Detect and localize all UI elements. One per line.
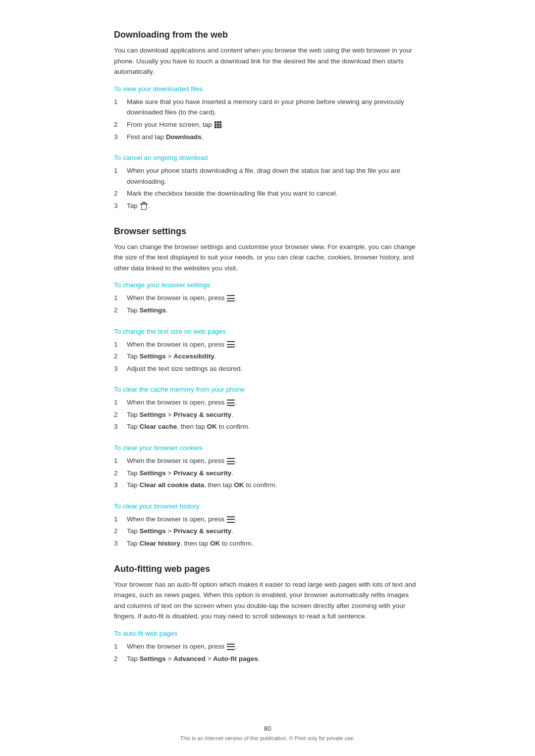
auto-fit-block: To auto-fit web pages 1 When the browser…	[114, 630, 421, 664]
auto-fit-title: To auto-fit web pages	[114, 630, 421, 637]
menu-icon	[227, 458, 235, 464]
clear-cookies-title: To clear your browser cookies	[114, 444, 421, 452]
downloading-title: Downloading from the web	[114, 30, 421, 40]
change-settings-title: To change your browser settings	[114, 281, 421, 289]
menu-icon	[227, 644, 235, 650]
text-size-title: To change the text size on web pages	[114, 328, 421, 335]
downloading-section: Downloading from the web You can downloa…	[114, 30, 421, 211]
cancel-download-title: To cancel an ongoing download	[114, 154, 421, 161]
list-item: 1 When the browser is open, press .	[114, 339, 421, 350]
clear-cookies-block: To clear your browser cookies 1 When the…	[114, 444, 421, 491]
auto-fit-list: 1 When the browser is open, press . 2 Ta…	[114, 641, 421, 664]
grid-icon	[214, 121, 221, 128]
view-files-title: To view your downloaded files	[114, 85, 421, 93]
change-settings-list: 1 When the browser is open, press . 2 Ta…	[114, 293, 421, 315]
auto-fitting-section: Auto-fitting web pages Your browser has …	[114, 564, 421, 664]
browser-settings-intro: You can change the browser settings and …	[114, 242, 421, 274]
change-settings-block: To change your browser settings 1 When t…	[114, 281, 421, 315]
view-files-block: To view your downloaded files 1 Make sur…	[114, 85, 421, 142]
menu-icon	[227, 516, 235, 523]
text-size-block: To change the text size on web pages 1 W…	[114, 328, 421, 374]
list-item: 1 When the browser is open, press .	[114, 641, 421, 652]
menu-icon	[227, 341, 235, 348]
trash-icon	[141, 202, 147, 210]
cancel-download-list: 1 When your phone starts downloading a f…	[114, 165, 421, 211]
list-item: 2 Tap Settings > Privacy & security.	[114, 468, 421, 479]
list-item: 3 Find and tap Downloads.	[114, 132, 421, 143]
downloading-intro: You can download applications and conten…	[114, 45, 421, 77]
list-item: 1 When your phone starts downloading a f…	[114, 165, 421, 187]
clear-history-title: To clear your browser history	[114, 503, 421, 510]
browser-settings-title: Browser settings	[114, 226, 421, 237]
page-footer: 80 This is an Internet version of this p…	[74, 725, 461, 741]
clear-cookies-list: 1 When the browser is open, press . 2 Ta…	[114, 455, 421, 491]
list-item: 2 Tap Settings > Advanced > Auto-fit pag…	[114, 654, 421, 664]
page: Downloading from the web You can downloa…	[74, 0, 461, 756]
list-item: 1 When the browser is open, press .	[114, 514, 421, 525]
clear-history-list: 1 When the browser is open, press . 2 Ta…	[114, 514, 421, 549]
list-item: 2 Tap Settings > Accessibility.	[114, 351, 421, 362]
auto-fitting-intro: Your browser has an auto-fit option whic…	[114, 579, 421, 622]
clear-cache-block: To clear the cache memory from your phon…	[114, 386, 421, 432]
list-item: 2 From your Home screen, tap .	[114, 119, 421, 130]
menu-icon	[227, 400, 235, 406]
clear-history-block: To clear your browser history 1 When the…	[114, 503, 421, 549]
footer-text: This is an Internet version of this publ…	[74, 735, 461, 741]
list-item: 3 Tap Clear history, then tap OK to conf…	[114, 538, 421, 549]
list-item: 3 Tap Clear all cookie data, then tap OK…	[114, 480, 421, 491]
auto-fitting-title: Auto-fitting web pages	[114, 564, 421, 574]
list-item: 2 Tap Settings > Privacy & security.	[114, 409, 421, 420]
cancel-download-block: To cancel an ongoing download 1 When you…	[114, 154, 421, 211]
clear-cache-list: 1 When the browser is open, press . 2 Ta…	[114, 397, 421, 432]
list-item: 3 Adjust the text size settings as desir…	[114, 363, 421, 374]
list-item: 2 Mark the checkbox beside the downloadi…	[114, 188, 421, 199]
list-item: 1 When the browser is open, press .	[114, 293, 421, 303]
list-item: 1 Make sure that you have inserted a mem…	[114, 97, 421, 118]
view-files-list: 1 Make sure that you have inserted a mem…	[114, 97, 421, 142]
menu-icon	[227, 295, 235, 302]
list-item: 1 When the browser is open, press .	[114, 397, 421, 408]
page-number: 80	[74, 725, 461, 732]
browser-settings-section: Browser settings You can change the brow…	[114, 226, 421, 549]
list-item: 2 Tap Settings.	[114, 305, 421, 316]
list-item: 1 When the browser is open, press .	[114, 455, 421, 466]
list-item: 3 Tap Clear cache, then tap OK to confir…	[114, 421, 421, 432]
text-size-list: 1 When the browser is open, press . 2 Ta…	[114, 339, 421, 374]
list-item: 2 Tap Settings > Privacy & security.	[114, 526, 421, 537]
clear-cache-title: To clear the cache memory from your phon…	[114, 386, 421, 393]
list-item: 3 Tap .	[114, 201, 421, 211]
